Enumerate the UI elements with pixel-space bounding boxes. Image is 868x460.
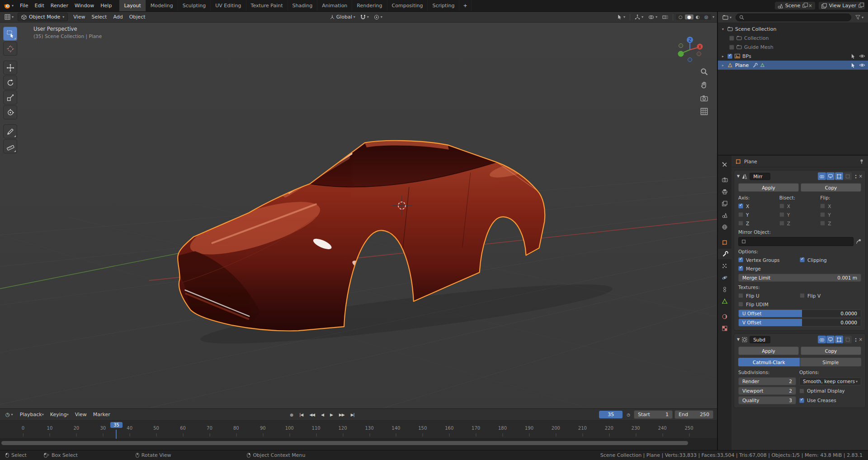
zoom-icon[interactable] bbox=[700, 68, 708, 76]
transform-orientation-dropdown[interactable]: Global ▾ bbox=[328, 13, 357, 21]
merge-limit-field[interactable]: Merge Limit 0.001 m bbox=[738, 274, 861, 282]
workspace-tab-scripting[interactable]: Scripting bbox=[428, 0, 459, 11]
camera-view-icon[interactable] bbox=[700, 95, 708, 102]
tool-rotate[interactable] bbox=[3, 76, 17, 90]
collapse-icon[interactable]: ▼ bbox=[737, 337, 740, 341]
menu-marker[interactable]: Marker bbox=[90, 412, 113, 417]
realtime-visibility-toggle[interactable] bbox=[826, 336, 835, 343]
gizmo-z-neg-axis[interactable] bbox=[688, 58, 692, 62]
u-offset-slider[interactable]: U Offset 0.0000 bbox=[738, 309, 861, 318]
guide-mesh-checkbox[interactable] bbox=[729, 45, 734, 50]
visibility-eye-icon[interactable] bbox=[859, 54, 865, 58]
navigation-gizmo[interactable]: Z X bbox=[675, 34, 704, 63]
clipping-checkbox[interactable] bbox=[800, 257, 805, 262]
menu-playback[interactable]: Playback ▾ bbox=[17, 412, 47, 417]
menu-view[interactable]: View bbox=[70, 14, 88, 20]
render-visibility-toggle[interactable] bbox=[818, 172, 826, 180]
shading-rendered-button[interactable]: ◎ bbox=[702, 14, 711, 19]
expand-icon[interactable]: ▾ bbox=[721, 27, 725, 31]
frame-start-field[interactable]: Start 1 bbox=[634, 410, 673, 419]
tool-cursor[interactable] bbox=[3, 42, 17, 56]
tab-physics[interactable] bbox=[718, 272, 731, 283]
workspace-tab-rendering[interactable]: Rendering bbox=[352, 0, 387, 11]
proportional-editing-toggle[interactable]: ▾ bbox=[372, 13, 384, 21]
move-modifier-buttons[interactable]: ▴ ▾ bbox=[855, 174, 857, 179]
uv-smooth-dropdown[interactable]: Smooth, keep corners ▾ bbox=[799, 377, 861, 385]
flip-y-checkbox[interactable] bbox=[820, 212, 825, 217]
menu-timeline-view[interactable]: View bbox=[72, 412, 90, 417]
flip-u-checkbox[interactable] bbox=[738, 293, 743, 298]
menu-edit[interactable]: Edit bbox=[31, 3, 47, 9]
gizmo-y-axis[interactable] bbox=[678, 51, 684, 57]
modifier-name-field[interactable]: Mirr bbox=[750, 173, 770, 180]
viewport-subdivisions-field[interactable]: Viewport 2 bbox=[738, 387, 796, 395]
menu-help[interactable]: Help bbox=[97, 3, 115, 9]
bisect-z-checkbox[interactable] bbox=[779, 221, 784, 226]
remove-modifier-icon[interactable]: × bbox=[859, 337, 863, 342]
tool-annotate[interactable] bbox=[3, 124, 17, 138]
quality-field[interactable]: Quality 3 bbox=[738, 396, 796, 404]
selectable-pointer-icon[interactable] bbox=[851, 54, 855, 59]
menu-render[interactable]: Render bbox=[47, 3, 71, 9]
shading-wireframe-button[interactable]: ○ bbox=[676, 14, 685, 19]
optimal-display-checkbox[interactable] bbox=[799, 389, 804, 394]
new-scene-icon[interactable] bbox=[802, 4, 806, 8]
pin-icon[interactable] bbox=[859, 159, 864, 164]
scene-3d-view[interactable] bbox=[0, 23, 717, 408]
new-view-layer-icon[interactable] bbox=[859, 4, 862, 8]
shading-solid-button[interactable]: ● bbox=[685, 14, 693, 19]
move-down-icon[interactable]: ▾ bbox=[855, 176, 857, 179]
tool-transform[interactable] bbox=[3, 105, 17, 119]
show-gizmo-toggle[interactable]: ▾ bbox=[633, 13, 645, 21]
tab-object[interactable] bbox=[718, 237, 731, 247]
simple-button[interactable]: Simple bbox=[800, 358, 862, 366]
copy-button[interactable]: Copy bbox=[801, 183, 861, 192]
on-cage-toggle[interactable] bbox=[844, 336, 852, 343]
blender-menu-button[interactable]: ▾ bbox=[0, 0, 17, 11]
auto-keying-button[interactable]: ● bbox=[288, 412, 295, 418]
tab-constraints[interactable] bbox=[718, 284, 731, 294]
xray-toggle[interactable] bbox=[660, 13, 670, 21]
workspace-tab-animation[interactable]: Animation bbox=[317, 0, 352, 11]
outliner-row-collection[interactable]: Collection bbox=[718, 33, 868, 43]
tool-select-box[interactable] bbox=[3, 27, 17, 41]
flip-x-checkbox[interactable] bbox=[820, 204, 825, 209]
jump-to-start-button[interactable]: |◀ bbox=[297, 412, 305, 418]
outliner-row-bps[interactable]: ▸ BPs bbox=[718, 52, 868, 61]
next-keyframe-button[interactable]: ▶▶ bbox=[337, 412, 347, 418]
breadcrumb-object-name[interactable]: Plane bbox=[744, 159, 757, 164]
current-frame-field[interactable]: 35 bbox=[599, 411, 623, 418]
on-cage-toggle[interactable] bbox=[844, 172, 852, 180]
outliner-row-plane[interactable]: ▸ Plane bbox=[718, 61, 868, 70]
copy-button[interactable]: Copy bbox=[801, 346, 861, 355]
tab-particles[interactable] bbox=[718, 261, 731, 271]
menu-object[interactable]: Object bbox=[126, 14, 149, 20]
tool-measure[interactable] bbox=[3, 139, 17, 153]
tab-tool[interactable] bbox=[718, 159, 731, 170]
outliner-search-input[interactable] bbox=[736, 14, 851, 21]
workspace-tab-compositing[interactable]: Compositing bbox=[387, 0, 428, 11]
snap-toggle[interactable]: ▾ bbox=[359, 13, 371, 21]
workspace-tab-modeling[interactable]: Modeling bbox=[146, 0, 178, 11]
use-preview-range-button[interactable]: ◷ bbox=[624, 412, 632, 418]
bps-checkbox[interactable] bbox=[727, 54, 732, 59]
visibility-eye-icon[interactable] bbox=[859, 63, 865, 67]
move-modifier-buttons[interactable]: ▴ ▾ bbox=[855, 337, 857, 342]
gizmo-x-neg-axis[interactable] bbox=[697, 52, 701, 56]
view-layer-selector[interactable]: View Layer bbox=[818, 1, 865, 10]
ortho-grid-icon[interactable] bbox=[700, 108, 708, 115]
play-reverse-button[interactable]: ◀ bbox=[319, 412, 326, 418]
gizmo-y-neg-axis[interactable] bbox=[679, 44, 683, 48]
outliner-filter-button[interactable]: ▾ bbox=[854, 13, 865, 22]
menu-select[interactable]: Select bbox=[88, 14, 110, 20]
workspace-tab-texture-paint[interactable]: Texture Paint bbox=[246, 0, 288, 11]
timeline-ruler[interactable]: 35 0102030405060708090100110120130140150… bbox=[0, 421, 717, 439]
axis-y-checkbox[interactable] bbox=[738, 212, 743, 217]
use-creases-checkbox[interactable] bbox=[799, 398, 804, 403]
workspace-tab-shading[interactable]: Shading bbox=[288, 0, 318, 11]
editor-type-button[interactable]: ▾ bbox=[3, 13, 15, 21]
tab-view-layer[interactable] bbox=[718, 198, 731, 209]
object-mode-dropdown[interactable]: Object Mode ▾ bbox=[18, 13, 68, 21]
tool-move[interactable] bbox=[3, 61, 17, 75]
outliner-row-scene-collection[interactable]: ▾ Scene Collection bbox=[718, 24, 868, 33]
